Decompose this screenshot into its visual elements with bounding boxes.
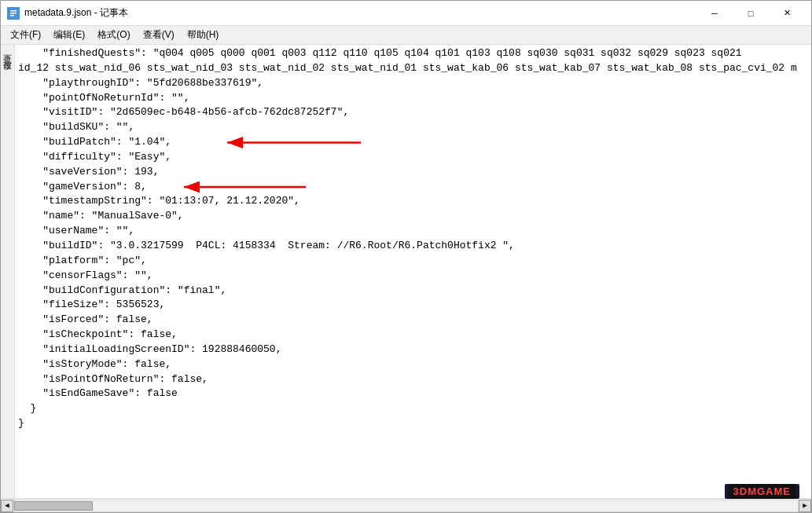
scroll-left-button[interactable]: ◀ bbox=[1, 500, 13, 512]
left-sidebar: 下载 修改 bbox=[1, 45, 15, 498]
menu-format[interactable]: 格式(O) bbox=[91, 26, 136, 44]
main-area: 下载 修改 "finishedQuests": "q004 q005 q000 … bbox=[1, 45, 811, 498]
window-title: metadata.9.json - 记事本 bbox=[24, 6, 696, 20]
menu-edit[interactable]: 编辑(E) bbox=[47, 26, 91, 44]
text-line: "platform": "pc", bbox=[18, 254, 808, 269]
text-line: "buildConfiguration": "final", bbox=[18, 284, 808, 299]
text-line: } bbox=[18, 401, 808, 416]
menu-help[interactable]: 帮助(H) bbox=[181, 26, 226, 44]
text-line: "name": "ManualSave-0", bbox=[18, 209, 808, 224]
app-icon bbox=[7, 7, 20, 20]
close-button[interactable]: ✕ bbox=[769, 1, 805, 26]
window-controls: ─ □ ✕ bbox=[696, 1, 805, 26]
svg-rect-2 bbox=[10, 13, 17, 14]
scroll-track[interactable] bbox=[13, 500, 799, 512]
scroll-right-button[interactable]: ▶ bbox=[799, 500, 811, 512]
text-line: "visitID": "2d6509ec-b648-4b56-afcb-762d… bbox=[18, 105, 808, 120]
svg-rect-3 bbox=[10, 15, 14, 16]
text-line: "buildPatch": "1.04", bbox=[18, 135, 808, 150]
text-line: "isEndGameSave": false bbox=[18, 387, 808, 401]
minimize-button[interactable]: ─ bbox=[696, 1, 733, 26]
horizontal-scrollbar[interactable]: ◀ ▶ bbox=[1, 498, 811, 512]
content-wrapper: 下载 修改 "finishedQuests": "q004 q005 q000 … bbox=[1, 45, 811, 512]
text-line: "timestampString": "01:13:07, 21.12.2020… bbox=[18, 194, 808, 209]
text-line: "userName": "", bbox=[18, 224, 808, 239]
text-line: id_12 sts_wat_nid_06 sts_wat_nid_03 sts_… bbox=[18, 61, 808, 76]
text-line: "buildID": "3.0.3217599 P4CL: 4158334 St… bbox=[18, 239, 808, 254]
maximize-button[interactable]: □ bbox=[733, 1, 769, 26]
text-editor[interactable]: "finishedQuests": "q004 q005 q000 q001 q… bbox=[15, 45, 811, 498]
text-line: "difficulty": "Easy", bbox=[18, 150, 808, 165]
text-line: "isForced": false, bbox=[18, 313, 808, 328]
text-line: "isPointOfNoReturn": false, bbox=[18, 372, 808, 387]
text-line: "finishedQuests": "q004 q005 q000 q001 q… bbox=[18, 46, 808, 61]
menu-file[interactable]: 文件(F) bbox=[4, 26, 47, 44]
text-line: "initialLoadingScreenID": 192888460050, bbox=[18, 343, 808, 357]
text-line: "pointOfNoReturnId": "", bbox=[18, 91, 808, 106]
text-line: "saveVersion": 193, bbox=[18, 165, 808, 180]
title-bar: metadata.9.json - 记事本 ─ □ ✕ bbox=[1, 1, 811, 26]
text-line: "isStoryMode": false, bbox=[18, 357, 808, 372]
text-line: "buildSKU": "", bbox=[18, 120, 808, 135]
main-window: metadata.9.json - 记事本 ─ □ ✕ 文件(F) 编辑(E) … bbox=[0, 0, 812, 513]
text-line: "playthroughID": "5fd20688be337619", bbox=[18, 76, 808, 91]
text-line: "fileSize": 5356523, bbox=[18, 298, 808, 313]
text-line: } bbox=[18, 416, 808, 431]
scroll-thumb[interactable] bbox=[14, 501, 93, 511]
menu-bar: 文件(F) 编辑(E) 格式(O) 查看(V) 帮助(H) bbox=[1, 26, 811, 45]
text-line: "gameVersion": 8, bbox=[18, 180, 808, 195]
menu-view[interactable]: 查看(V) bbox=[137, 26, 181, 44]
text-line: "isCheckpoint": false, bbox=[18, 328, 808, 343]
svg-rect-1 bbox=[10, 10, 17, 12]
text-line: "censorFlags": "", bbox=[18, 269, 808, 284]
